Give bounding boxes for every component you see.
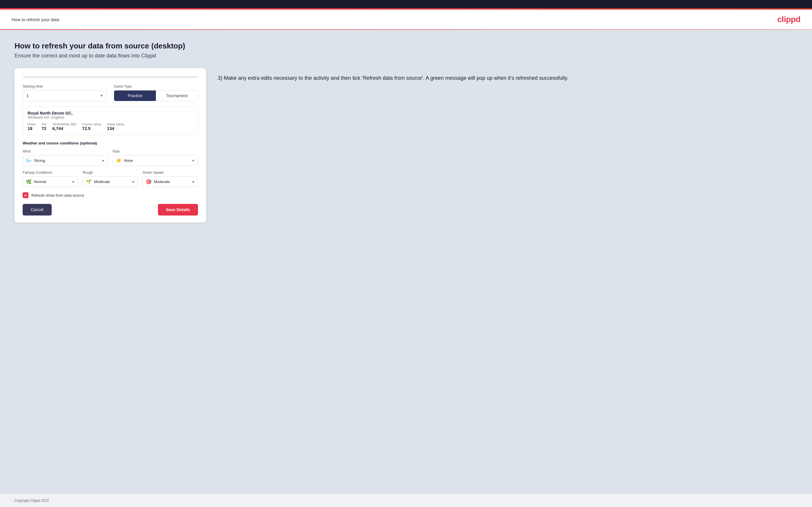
game-type-toggle: Practice Tournament [114,90,198,101]
form-row-top: Starting Hole 1 10 ▼ Game Type Practice … [22,84,198,101]
course-rating-label: Course rating [82,122,101,126]
fairway-label: Fairway Conditions [22,171,78,175]
content-area: Starting Hole 1 10 ▼ Game Type Practice … [14,68,798,222]
game-type-label: Game Type [114,84,198,89]
fairway-select[interactable]: 🌿 Normal ▼ [22,176,78,187]
green-speed-select[interactable]: 🎯 Moderate ▼ [143,176,198,187]
refresh-checkbox[interactable] [22,192,29,198]
side-note: 3) Make any extra edits necessary to the… [218,68,798,82]
page-subheading: Ensure the correct and most up to date d… [14,53,798,59]
logo: clippd [777,15,800,24]
rain-icon: ☀️ [116,158,122,163]
stat-par: Par 72 [42,122,46,131]
footer-copyright: Copyright Clippd 2022 [14,499,49,503]
main-content: How to refresh your data from source (de… [0,30,812,494]
header: How to refresh your data clippd [0,10,812,29]
refresh-label: Refresh shots from data source [31,193,84,198]
fairway-arrow: ▼ [72,180,75,184]
green-speed-group: Green Speed 🎯 Moderate ▼ [143,171,198,187]
slope-rating-value: 134 [107,126,124,131]
stat-yards: Yards/White (M)) 6,744 [52,122,76,131]
fairway-group: Fairway Conditions 🌿 Normal ▼ [22,171,78,187]
top-bar [0,0,812,8]
page-heading: How to refresh your data from source (de… [14,42,798,51]
par-label: Par [42,122,46,126]
stat-slope-rating: Slope rating 134 [107,122,124,131]
checkmark-icon [24,193,27,197]
practice-button[interactable]: Practice [114,91,156,101]
rough-group: Rough 🌱 Moderate ▼ [83,171,138,187]
rough-label: Rough [83,171,138,175]
rain-group: Rain ☀️ None ▼ [113,149,198,166]
course-name: Royal North Devon GC, [28,111,193,115]
green-speed-arrow: ▼ [192,180,195,184]
yards-value: 6,744 [52,126,76,131]
form-actions: Cancel Save Details [22,204,198,216]
starting-hole-label: Starting Hole [22,84,107,89]
rough-arrow: ▼ [132,180,135,184]
wind-label: Wind [22,149,108,154]
wind-value: Strong [34,158,102,163]
rough-select[interactable]: 🌱 Moderate ▼ [83,176,138,187]
rain-value: None [124,158,192,163]
starting-hole-group: Starting Hole 1 10 ▼ [22,84,107,101]
cancel-button[interactable]: Cancel [22,204,52,216]
refresh-checkbox-row[interactable]: Refresh shots from data source [22,192,198,198]
form-card: Starting Hole 1 10 ▼ Game Type Practice … [14,68,206,222]
rough-value: Moderate [94,179,132,184]
par-value: 72 [42,126,46,131]
yards-label: Yards/White (M)) [52,122,76,126]
course-location: Westward Ho!, England [28,115,193,119]
stat-course-rating: Course rating 72.5 [82,122,101,131]
starting-hole-select-wrapper[interactable]: 1 10 ▼ [22,90,107,101]
rough-icon: 🌱 [86,179,92,184]
green-speed-value: Moderate [154,179,192,184]
wind-arrow: ▼ [102,159,105,162]
game-type-group: Game Type Practice Tournament [114,84,198,101]
conditions-row-1: Wind 🌬️ Strong ▼ Rain ☀️ None ▼ [22,149,198,166]
course-info-box: Royal North Devon GC, Westward Ho!, Engl… [22,106,198,135]
side-note-text: 3) Make any extra edits necessary to the… [218,74,798,82]
green-speed-label: Green Speed [143,171,198,175]
footer: Copyright Clippd 2022 [0,494,812,507]
holes-value: 18 [28,126,36,131]
rain-arrow: ▼ [192,159,195,162]
rain-label: Rain [113,149,198,154]
tournament-button[interactable]: Tournament [156,91,198,101]
header-title: How to refresh your data [12,17,59,22]
conditions-section-label: Weather and course conditions (optional) [22,141,198,145]
slope-rating-label: Slope rating [107,122,124,126]
wind-icon: 🌬️ [26,158,32,163]
fairway-value: Normal [34,179,72,184]
wind-select[interactable]: 🌬️ Strong ▼ [22,155,108,166]
starting-hole-select[interactable]: 1 10 [22,90,107,101]
stat-holes: Holes 18 [28,122,36,131]
wind-group: Wind 🌬️ Strong ▼ [22,149,108,166]
fairway-icon: 🌿 [26,179,32,184]
conditions-row-2: Fairway Conditions 🌿 Normal ▼ Rough 🌱 Mo… [22,171,198,187]
course-rating-value: 72.5 [82,126,101,131]
course-stats: Holes 18 Par 72 Yards/White (M)) 6,744 C… [28,122,193,131]
card-top-strip [22,76,198,78]
holes-label: Holes [28,122,36,126]
save-button[interactable]: Save Details [158,204,198,216]
rain-select[interactable]: ☀️ None ▼ [113,155,198,166]
green-speed-icon: 🎯 [146,179,152,184]
